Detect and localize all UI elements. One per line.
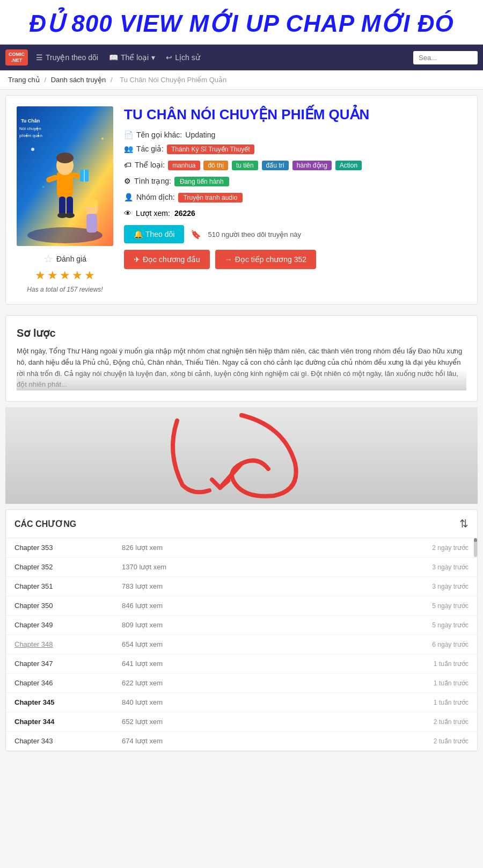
chapter-link[interactable]: Chapter 345 bbox=[14, 698, 122, 706]
chapter-item: Chapter 344 652 lượt xem 2 tuần trước bbox=[6, 712, 477, 732]
breadcrumb-sep2: / bbox=[111, 76, 114, 84]
nav-item-genres[interactable]: 📖 Thể loại ▾ bbox=[109, 53, 155, 62]
manga-info-card: Tu Chân Nói chuyện phiếm quản bbox=[5, 95, 478, 305]
list-icon: ☰ bbox=[36, 53, 43, 62]
read-first-button[interactable]: ✈ Đọc chương đầu bbox=[124, 250, 210, 269]
tag-icon: 🏷 bbox=[124, 161, 131, 169]
chapter-views: 783 lượt xem bbox=[122, 582, 415, 590]
views-count: 26226 bbox=[174, 209, 195, 218]
chapter-views: 674 lượt xem bbox=[122, 737, 415, 745]
group-tag[interactable]: Truyện tranh audio bbox=[178, 193, 243, 202]
chapter-link[interactable]: Chapter 348 bbox=[14, 640, 122, 648]
star-1: ★ bbox=[35, 269, 46, 283]
chapter-item: Chapter 350 846 lượt xem 5 ngày trước bbox=[6, 596, 477, 616]
views-label: Lượt xem: bbox=[136, 209, 170, 218]
star-5: ★ bbox=[84, 269, 95, 283]
chapter-item: Chapter 343 674 lượt xem 2 tuần trước bbox=[6, 732, 477, 751]
file-icon: 📄 bbox=[124, 131, 133, 139]
chapter-views: 652 lượt xem bbox=[122, 718, 415, 726]
rating-label[interactable]: ☆ Đánh giá bbox=[17, 252, 113, 265]
chapter-date: 5 ngày trước bbox=[415, 621, 469, 629]
chapter-item: Chapter 349 809 lượt xem 5 ngày trước bbox=[6, 616, 477, 635]
breadcrumb-current: Tu Chân Nói Chuyện Phiếm Quản bbox=[120, 76, 226, 84]
manga-details: TU CHÂN NÓI CHUYỆN PHIẾM QUẢN 📄 Tên gọi … bbox=[124, 106, 466, 293]
status-row: ⚙ Tình trạng: Đang tiến hành bbox=[124, 177, 466, 187]
svg-point-12 bbox=[65, 213, 75, 218]
nav-item-follow[interactable]: ☰ Truyện theo dõi bbox=[36, 53, 98, 62]
genre-dautri[interactable]: đấu trí bbox=[262, 161, 289, 170]
chapter-link[interactable]: Chapter 351 bbox=[14, 582, 122, 590]
svg-point-14 bbox=[85, 199, 98, 207]
read-continue-button[interactable]: → Đọc tiếp chương 352 bbox=[215, 250, 316, 269]
chapter-link[interactable]: Chapter 353 bbox=[14, 544, 122, 552]
views-row: 👁 Lượt xem: 26226 bbox=[124, 209, 466, 218]
chapter-date: 1 tuần trước bbox=[415, 699, 469, 706]
search-input[interactable] bbox=[413, 51, 478, 64]
chapter-link[interactable]: Chapter 352 bbox=[14, 563, 122, 571]
chapter-views: 826 lượt xem bbox=[122, 544, 415, 552]
chapter-link[interactable]: Chapter 347 bbox=[14, 660, 122, 668]
cover-background: Tu Chân Nói chuyện phiếm quản bbox=[17, 106, 113, 246]
star-4: ★ bbox=[72, 269, 83, 283]
manga-cover-section: Tu Chân Nói chuyện phiếm quản bbox=[17, 106, 113, 293]
chapter-link[interactable]: Chapter 344 bbox=[14, 718, 122, 726]
chapter-link[interactable]: Chapter 346 bbox=[14, 679, 122, 687]
chapter-views: 809 lượt xem bbox=[122, 621, 415, 629]
navbar: COMIC .NET ☰ Truyện theo dõi 📖 Thể loại … bbox=[0, 45, 483, 70]
nav-item-history[interactable]: ↩ Lịch sử bbox=[166, 53, 200, 62]
star-empty-icon: ☆ bbox=[43, 252, 53, 265]
synopsis-text: Một ngày, Tổng Thư Hàng ngoài ý muốn gia… bbox=[17, 346, 466, 390]
breadcrumb-home[interactable]: Trang chủ bbox=[8, 76, 40, 84]
svg-text:phiếm quản: phiếm quản bbox=[19, 133, 42, 138]
svg-rect-9 bbox=[59, 197, 65, 215]
chapter-views: 840 lượt xem bbox=[122, 698, 415, 706]
eye-icon: 👁 bbox=[124, 209, 131, 218]
arrow-overlay-section bbox=[5, 407, 478, 504]
chapter-link[interactable]: Chapter 343 bbox=[14, 737, 122, 745]
cover-illustration: Tu Chân Nói chuyện phiếm quản bbox=[17, 106, 113, 246]
plane-icon: ✈ bbox=[134, 255, 140, 264]
banner-title: ĐỦ 800 VIEW MỚI UP CHAP MỚI ĐÓ bbox=[5, 10, 478, 37]
synopsis-content: Một ngày, Tổng Thư Hàng ngoài ý muốn gia… bbox=[17, 346, 466, 390]
breadcrumb-list[interactable]: Danh sách truyện bbox=[51, 76, 106, 84]
logo-line1: COMIC bbox=[9, 52, 25, 57]
arrow-right-icon: → bbox=[225, 255, 232, 264]
book-icon: 📖 bbox=[109, 53, 118, 62]
bookmark-icon: 🔖 bbox=[191, 229, 201, 240]
chapter-link[interactable]: Chapter 350 bbox=[14, 602, 122, 610]
author-tag[interactable]: Thánh Ký Sĩ Truyền Thuyết bbox=[167, 144, 254, 154]
chapter-date: 5 ngày trước bbox=[415, 602, 469, 610]
chapter-link[interactable]: Chapter 349 bbox=[14, 621, 122, 629]
chapter-date: 3 ngày trước bbox=[415, 583, 469, 590]
chapters-title: CÁC CHƯƠNG bbox=[14, 519, 76, 529]
history-icon: ↩ bbox=[166, 53, 172, 62]
svg-rect-10 bbox=[67, 197, 73, 215]
genre-action[interactable]: Action bbox=[335, 161, 362, 170]
genre-manhua[interactable]: manhua bbox=[168, 161, 200, 170]
bell-icon: 🔔 bbox=[134, 230, 143, 238]
synopsis-title: Sơ lược bbox=[17, 327, 466, 339]
chapter-item: Chapter 352 1370 lượt xem 3 ngày trước bbox=[6, 558, 477, 577]
star-3: ★ bbox=[60, 269, 70, 283]
chevron-down-icon: ▾ bbox=[151, 53, 155, 62]
chapter-date: 3 ngày trước bbox=[415, 563, 469, 571]
genres-row: 🏷 Thể loại: manhua đô thị tu tiên đấu tr… bbox=[124, 161, 466, 171]
stars-row[interactable]: ★ ★ ★ ★ ★ bbox=[17, 269, 113, 283]
breadcrumb-sep1: / bbox=[44, 76, 48, 84]
sort-icon[interactable]: ⇅ bbox=[459, 517, 469, 530]
breadcrumb: Trang chủ / Danh sách truyện / Tu Chân N… bbox=[0, 70, 483, 90]
svg-rect-15 bbox=[86, 214, 97, 233]
btn-continue-label: Đọc tiếp chương 352 bbox=[235, 255, 306, 264]
svg-text:Tu Chân: Tu Chân bbox=[21, 118, 40, 124]
chapter-date: 1 tuần trước bbox=[415, 660, 469, 668]
genre-hanhdong[interactable]: hành động bbox=[292, 161, 332, 170]
manga-cover-image: Tu Chân Nói chuyện phiếm quản bbox=[17, 106, 113, 246]
genre-dothi[interactable]: đô thị bbox=[203, 161, 228, 170]
follow-button[interactable]: 🔔 Theo dõi bbox=[124, 225, 184, 243]
alt-name-row: 📄 Tên gọi khác: Updating bbox=[124, 131, 466, 139]
status-icon: ⚙ bbox=[124, 177, 131, 185]
genre-tutien[interactable]: tu tiên bbox=[232, 161, 258, 170]
logo[interactable]: COMIC .NET bbox=[5, 49, 28, 66]
chapter-item: Chapter 353 826 lượt xem 2 ngày trước bbox=[6, 538, 477, 558]
chapter-list: Chapter 353 826 lượt xem 2 ngày trước Ch… bbox=[6, 538, 477, 751]
